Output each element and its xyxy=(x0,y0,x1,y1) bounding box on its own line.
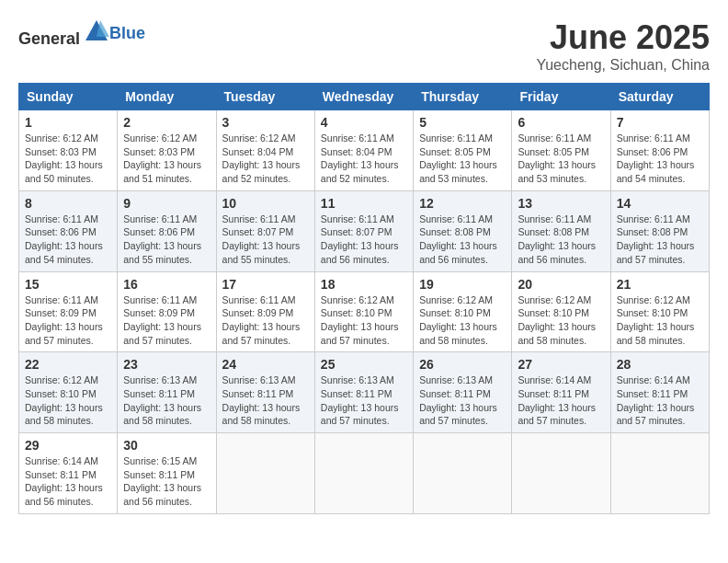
day-info: Sunrise: 6:11 AM Sunset: 8:09 PM Dayligh… xyxy=(123,293,210,348)
table-row: 23Sunrise: 6:13 AM Sunset: 8:11 PM Dayli… xyxy=(118,352,216,433)
table-row: 3Sunrise: 6:12 AM Sunset: 8:04 PM Daylig… xyxy=(216,110,314,191)
day-number: 16 xyxy=(123,277,210,292)
title-area: June 2025 Yuecheng, Sichuan, China xyxy=(536,18,710,74)
col-friday: Friday xyxy=(512,84,610,110)
table-row: 8Sunrise: 6:11 AM Sunset: 8:06 PM Daylig… xyxy=(19,190,118,271)
day-info: Sunrise: 6:11 AM Sunset: 8:06 PM Dayligh… xyxy=(123,213,210,267)
day-number: 3 xyxy=(222,115,309,130)
table-row: 9Sunrise: 6:11 AM Sunset: 8:06 PM Daylig… xyxy=(118,190,216,271)
day-number: 20 xyxy=(518,277,604,292)
day-info: Sunrise: 6:13 AM Sunset: 8:11 PM Dayligh… xyxy=(321,373,407,428)
day-number: 17 xyxy=(222,277,309,292)
col-monday: Monday xyxy=(118,84,216,110)
day-number: 5 xyxy=(419,115,506,130)
table-row: 25Sunrise: 6:13 AM Sunset: 8:11 PM Dayli… xyxy=(314,352,413,433)
col-saturday: Saturday xyxy=(610,84,709,110)
day-info: Sunrise: 6:12 AM Sunset: 8:10 PM Dayligh… xyxy=(419,293,506,348)
day-number: 21 xyxy=(617,277,703,292)
header: General Blue June 2025 Yuecheng, Sichuan… xyxy=(18,18,710,74)
month-title: June 2025 xyxy=(536,18,710,57)
day-info: Sunrise: 6:12 AM Sunset: 8:10 PM Dayligh… xyxy=(617,293,703,348)
day-number: 26 xyxy=(419,357,506,372)
col-wednesday: Wednesday xyxy=(314,84,413,110)
table-row: 16Sunrise: 6:11 AM Sunset: 8:09 PM Dayli… xyxy=(118,271,216,352)
day-info: Sunrise: 6:11 AM Sunset: 8:07 PM Dayligh… xyxy=(222,213,309,267)
day-info: Sunrise: 6:11 AM Sunset: 8:08 PM Dayligh… xyxy=(419,213,506,267)
table-row: 5Sunrise: 6:11 AM Sunset: 8:05 PM Daylig… xyxy=(414,110,512,191)
day-number: 12 xyxy=(419,196,506,211)
table-row: 14Sunrise: 6:11 AM Sunset: 8:08 PM Dayli… xyxy=(610,190,709,271)
day-info: Sunrise: 6:12 AM Sunset: 8:10 PM Dayligh… xyxy=(25,373,111,428)
day-info: Sunrise: 6:11 AM Sunset: 8:08 PM Dayligh… xyxy=(518,213,604,267)
week-row-4: 22Sunrise: 6:12 AM Sunset: 8:10 PM Dayli… xyxy=(19,352,710,433)
day-info: Sunrise: 6:11 AM Sunset: 8:08 PM Dayligh… xyxy=(617,213,703,267)
day-info: Sunrise: 6:15 AM Sunset: 8:11 PM Dayligh… xyxy=(123,454,210,509)
day-info: Sunrise: 6:11 AM Sunset: 8:04 PM Dayligh… xyxy=(321,132,407,186)
table-row: 30Sunrise: 6:15 AM Sunset: 8:11 PM Dayli… xyxy=(118,433,216,514)
day-number: 24 xyxy=(222,357,309,372)
day-info: Sunrise: 6:11 AM Sunset: 8:06 PM Dayligh… xyxy=(617,132,703,186)
week-row-3: 15Sunrise: 6:11 AM Sunset: 8:09 PM Dayli… xyxy=(19,271,710,352)
day-info: Sunrise: 6:11 AM Sunset: 8:09 PM Dayligh… xyxy=(222,293,309,348)
day-number: 22 xyxy=(25,357,111,372)
day-info: Sunrise: 6:12 AM Sunset: 8:10 PM Dayligh… xyxy=(321,293,407,348)
day-number: 29 xyxy=(25,438,111,453)
col-tuesday: Tuesday xyxy=(216,84,314,110)
day-number: 11 xyxy=(321,196,407,211)
table-row xyxy=(216,433,314,514)
table-row xyxy=(610,433,709,514)
table-row: 28Sunrise: 6:14 AM Sunset: 8:11 PM Dayli… xyxy=(610,352,709,433)
day-info: Sunrise: 6:11 AM Sunset: 8:07 PM Dayligh… xyxy=(321,213,407,267)
day-info: Sunrise: 6:13 AM Sunset: 8:11 PM Dayligh… xyxy=(222,373,309,428)
table-row: 12Sunrise: 6:11 AM Sunset: 8:08 PM Dayli… xyxy=(414,190,512,271)
calendar-table: Sunday Monday Tuesday Wednesday Thursday… xyxy=(18,83,710,514)
table-row: 7Sunrise: 6:11 AM Sunset: 8:06 PM Daylig… xyxy=(610,110,709,191)
day-number: 8 xyxy=(25,196,111,211)
table-row: 1Sunrise: 6:12 AM Sunset: 8:03 PM Daylig… xyxy=(19,110,118,191)
svg-marker-1 xyxy=(97,20,109,37)
day-info: Sunrise: 6:11 AM Sunset: 8:05 PM Dayligh… xyxy=(419,132,506,186)
table-row: 10Sunrise: 6:11 AM Sunset: 8:07 PM Dayli… xyxy=(216,190,314,271)
day-number: 10 xyxy=(222,196,309,211)
location-title: Yuecheng, Sichuan, China xyxy=(536,57,710,74)
table-row: 13Sunrise: 6:11 AM Sunset: 8:08 PM Dayli… xyxy=(512,190,610,271)
logo: General Blue xyxy=(18,18,145,49)
table-row: 17Sunrise: 6:11 AM Sunset: 8:09 PM Dayli… xyxy=(216,271,314,352)
day-number: 6 xyxy=(518,115,604,130)
table-row: 15Sunrise: 6:11 AM Sunset: 8:09 PM Dayli… xyxy=(19,271,118,352)
logo-icon xyxy=(84,18,109,44)
day-number: 7 xyxy=(617,115,703,130)
day-info: Sunrise: 6:14 AM Sunset: 8:11 PM Dayligh… xyxy=(617,373,703,428)
day-number: 30 xyxy=(123,438,210,453)
header-row: Sunday Monday Tuesday Wednesday Thursday… xyxy=(19,84,710,110)
col-thursday: Thursday xyxy=(414,84,512,110)
table-row: 22Sunrise: 6:12 AM Sunset: 8:10 PM Dayli… xyxy=(19,352,118,433)
day-number: 13 xyxy=(518,196,604,211)
day-info: Sunrise: 6:12 AM Sunset: 8:03 PM Dayligh… xyxy=(25,132,111,186)
day-info: Sunrise: 6:13 AM Sunset: 8:11 PM Dayligh… xyxy=(123,373,210,428)
day-number: 19 xyxy=(419,277,506,292)
table-row: 29Sunrise: 6:14 AM Sunset: 8:11 PM Dayli… xyxy=(19,433,118,514)
day-info: Sunrise: 6:14 AM Sunset: 8:11 PM Dayligh… xyxy=(518,373,604,428)
day-info: Sunrise: 6:11 AM Sunset: 8:06 PM Dayligh… xyxy=(25,213,111,267)
day-number: 28 xyxy=(617,357,703,372)
col-sunday: Sunday xyxy=(19,84,118,110)
day-number: 14 xyxy=(617,196,703,211)
day-info: Sunrise: 6:12 AM Sunset: 8:04 PM Dayligh… xyxy=(222,132,309,186)
day-info: Sunrise: 6:12 AM Sunset: 8:03 PM Dayligh… xyxy=(123,132,210,186)
table-row: 24Sunrise: 6:13 AM Sunset: 8:11 PM Dayli… xyxy=(216,352,314,433)
table-row xyxy=(414,433,512,514)
day-number: 15 xyxy=(25,277,111,292)
table-row: 19Sunrise: 6:12 AM Sunset: 8:10 PM Dayli… xyxy=(414,271,512,352)
day-number: 2 xyxy=(123,115,210,130)
table-row: 2Sunrise: 6:12 AM Sunset: 8:03 PM Daylig… xyxy=(118,110,216,191)
table-row xyxy=(512,433,610,514)
day-number: 4 xyxy=(321,115,407,130)
day-number: 25 xyxy=(321,357,407,372)
table-row: 4Sunrise: 6:11 AM Sunset: 8:04 PM Daylig… xyxy=(314,110,413,191)
day-number: 27 xyxy=(518,357,604,372)
table-row: 20Sunrise: 6:12 AM Sunset: 8:10 PM Dayli… xyxy=(512,271,610,352)
day-number: 18 xyxy=(321,277,407,292)
day-info: Sunrise: 6:11 AM Sunset: 8:09 PM Dayligh… xyxy=(25,293,111,348)
day-info: Sunrise: 6:11 AM Sunset: 8:05 PM Dayligh… xyxy=(518,132,604,186)
